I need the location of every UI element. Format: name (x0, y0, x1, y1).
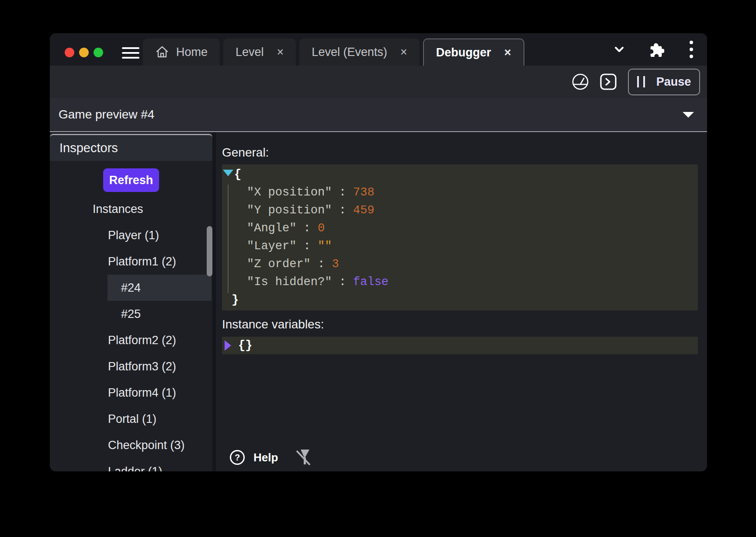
debugger-toolbar: Pause (50, 66, 707, 98)
game-preview-selector[interactable]: Game preview #4 (50, 98, 707, 132)
tab-home[interactable]: Home (143, 38, 220, 66)
home-icon (155, 45, 169, 59)
tree-item-instance-25[interactable]: #25 (108, 301, 212, 327)
extensions-puzzle-icon[interactable] (648, 41, 664, 58)
tree-item-platform1[interactable]: Platform1 (2) (50, 248, 212, 275)
tab-label: Debugger (436, 46, 491, 59)
inspectors-sidebar: Inspectors Refresh Instances Player (1) … (50, 132, 212, 471)
json-open-line: { (222, 165, 698, 183)
general-properties-json: { "X position" : 738 "Y position" : 459 … (222, 164, 698, 310)
tree-item-platform3[interactable]: Platform3 (2) (50, 353, 212, 380)
inspectors-header: Inspectors (50, 134, 212, 161)
json-line-layer: "Layer" : "" (222, 237, 698, 255)
tab-debugger[interactable]: Debugger × (423, 38, 524, 66)
help-row: ? Help (229, 448, 311, 467)
inspector-detail-panel: General: { "X position" : 738 "Y positio… (216, 132, 707, 471)
json-line-x-position: "X position" : 738 (222, 183, 698, 201)
instances-tree: Instances Player (1) Platform1 (2) #24 #… (50, 196, 212, 471)
tab-label: Level (Events) (312, 45, 387, 59)
chevron-down-icon[interactable] (612, 42, 627, 57)
pause-button[interactable]: Pause (628, 69, 700, 95)
expander-collapsed-icon[interactable] (225, 340, 231, 351)
more-options-icon[interactable] (689, 39, 694, 60)
window-controls (65, 48, 103, 57)
expander-open-icon[interactable] (223, 170, 233, 176)
debugger-content: Inspectors Refresh Instances Player (1) … (50, 132, 707, 471)
close-icon[interactable]: × (400, 46, 407, 58)
game-preview-title: Game preview #4 (59, 108, 154, 122)
minimize-window-button[interactable] (79, 48, 89, 57)
panel-divider (212, 132, 216, 471)
json-line-angle: "Angle" : 0 (222, 219, 698, 237)
zoom-window-button[interactable] (94, 48, 103, 57)
console-icon[interactable] (599, 73, 617, 91)
tree-item-player[interactable]: Player (1) (50, 222, 212, 248)
tree-item-platform4[interactable]: Platform4 (1) (50, 380, 212, 406)
tree-root-instances[interactable]: Instances (50, 196, 212, 222)
empty-object-value: {} (238, 339, 252, 352)
layer-value: "" (318, 240, 332, 253)
json-line-y-position: "Y position" : 459 (222, 201, 698, 219)
tab-strip: Home Level × Level (Events) × Debugger × (50, 33, 707, 66)
tree-item-checkpoint[interactable]: Checkpoint (3) (50, 432, 212, 458)
angle-value: 0 (318, 222, 325, 235)
close-icon[interactable]: × (504, 47, 511, 59)
tab-level[interactable]: Level × (223, 38, 296, 66)
refresh-button[interactable]: Refresh (103, 168, 159, 192)
instance-variables-label: Instance variables: (222, 317, 698, 331)
tree-item-portal[interactable]: Portal (1) (50, 406, 212, 432)
profiler-gauge-icon[interactable] (571, 73, 590, 91)
titlebar-actions (612, 33, 707, 66)
x-position-value: 738 (353, 186, 375, 199)
instance-variables-json: {} (222, 337, 698, 354)
svg-text:?: ? (235, 453, 240, 462)
tree-item-instance-24[interactable]: #24 (108, 275, 212, 301)
tab-level-events[interactable]: Level (Events) × (299, 38, 419, 66)
json-line-z-order: "Z order" : 3 (222, 255, 698, 273)
menu-hamburger-icon[interactable] (122, 47, 139, 59)
sidebar-scrollbar[interactable] (207, 226, 212, 276)
general-section-label: General: (222, 146, 698, 160)
tab-bar: Home Level × Level (Events) × Debugger × (143, 38, 524, 66)
json-line-is-hidden: "Is hidden?" : false (222, 273, 698, 291)
json-close-line: } (222, 291, 698, 309)
indent-guide (228, 185, 229, 293)
pause-button-label: Pause (656, 75, 691, 89)
is-hidden-value: false (353, 275, 388, 289)
pin-off-icon[interactable] (295, 448, 311, 467)
tree-item-platform2[interactable]: Platform2 (2) (50, 327, 212, 353)
close-icon[interactable]: × (277, 46, 284, 58)
app-window: Home Level × Level (Events) × Debugger × (50, 33, 707, 471)
inspectors-title: Inspectors (59, 141, 118, 155)
tab-label: Level (236, 45, 264, 59)
help-label[interactable]: Help (253, 451, 278, 464)
y-position-value: 459 (353, 204, 375, 217)
dropdown-caret-icon[interactable] (683, 112, 694, 118)
pause-icon (637, 76, 645, 87)
z-order-value: 3 (332, 258, 339, 271)
help-question-icon[interactable]: ? (229, 449, 246, 466)
close-window-button[interactable] (65, 48, 74, 57)
tab-label: Home (176, 45, 208, 59)
tree-item-ladder[interactable]: Ladder (1) (50, 458, 212, 471)
